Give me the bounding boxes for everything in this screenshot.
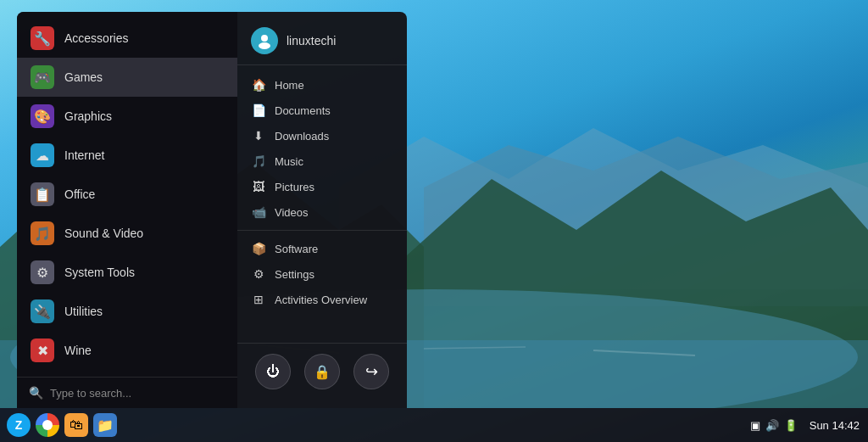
search-bar: 🔍 xyxy=(17,377,237,408)
sidebar-item-graphics[interactable]: 🎨 Graphics xyxy=(17,97,237,136)
menu-item-music[interactable]: 🎵 Music xyxy=(237,148,407,174)
sound-video-icon: 🎵 xyxy=(31,221,54,245)
activities-label: Activities Overview xyxy=(275,294,367,306)
music-label: Music xyxy=(275,155,303,168)
app-menu: 🔧 Accessories 🎮 Games 🎨 Graphics ☁ Inter… xyxy=(17,12,407,408)
menu-item-downloads[interactable]: ⬇ Downloads xyxy=(237,123,407,148)
taskbar: Z 🛍 📁 ▣ 🔊 🔋 Sun 14:42 xyxy=(0,408,868,442)
settings-icon: ⚙ xyxy=(251,267,266,281)
menu-item-settings[interactable]: ⚙ Settings xyxy=(237,261,407,287)
svg-marker-4 xyxy=(407,171,868,408)
lock-button[interactable]: 🔒 xyxy=(304,354,340,389)
settings-label: Settings xyxy=(275,268,314,281)
menu-item-pictures[interactable]: 🖼 Pictures xyxy=(237,174,407,199)
documents-label: Documents xyxy=(275,104,331,117)
zorin-menu-button[interactable]: Z xyxy=(7,413,31,437)
power-icon: ⏻ xyxy=(266,364,280,379)
graphics-label: Graphics xyxy=(64,109,112,123)
wine-icon: ✖ xyxy=(31,338,54,362)
software-label: Software xyxy=(275,243,318,255)
menu-item-videos[interactable]: 📹 Videos xyxy=(237,199,407,225)
logout-icon: ↪ xyxy=(365,362,378,381)
accessories-label: Accessories xyxy=(64,31,128,45)
right-divider xyxy=(237,230,407,231)
wine-label: Wine xyxy=(64,344,92,357)
menu-left-panel: 🔧 Accessories 🎮 Games 🎨 Graphics ☁ Inter… xyxy=(17,12,237,408)
lock-icon: 🔒 xyxy=(314,364,331,380)
sidebar-item-system-tools[interactable]: ⚙ System Tools xyxy=(17,253,237,292)
battery-icon: 🔋 xyxy=(784,419,798,432)
desktop: 🔧 Accessories 🎮 Games 🎨 Graphics ☁ Inter… xyxy=(0,0,868,442)
sidebar-item-internet[interactable]: ☁ Internet xyxy=(17,136,237,175)
home-icon: 🏠 xyxy=(251,78,266,92)
logout-button[interactable]: ↪ xyxy=(353,354,389,389)
menu-right-panel: linuxtechi 🏠 Home 📄 Documents ⬇ Download… xyxy=(237,12,407,408)
menu-item-activities[interactable]: ⊞ Activities Overview xyxy=(237,287,407,312)
volume-icon: 🔊 xyxy=(765,419,779,432)
office-icon: 📋 xyxy=(31,182,54,206)
zorin-icon: Z xyxy=(15,418,23,432)
games-icon: 🎮 xyxy=(31,65,54,89)
svg-marker-1 xyxy=(339,128,868,289)
search-input[interactable] xyxy=(50,387,225,400)
pictures-label: Pictures xyxy=(275,181,314,193)
svg-line-8 xyxy=(424,347,526,349)
files-button[interactable]: 📁 xyxy=(93,413,117,437)
sys-icons: ▣ 🔊 🔋 xyxy=(750,419,798,432)
office-label: Office xyxy=(64,187,95,201)
chrome-button[interactable] xyxy=(36,413,59,437)
pictures-icon: 🖼 xyxy=(251,180,266,193)
sidebar-item-office[interactable]: 📋 Office xyxy=(17,175,237,214)
menu-item-software[interactable]: 📦 Software xyxy=(237,236,407,261)
search-icon: 🔍 xyxy=(29,386,43,400)
screen-icon: ▣ xyxy=(750,419,760,432)
avatar xyxy=(251,27,278,54)
menu-items-list: 🔧 Accessories 🎮 Games 🎨 Graphics ☁ Inter… xyxy=(17,12,237,377)
sidebar-item-utilities[interactable]: 🔌 Utilities xyxy=(17,292,237,331)
menu-item-documents[interactable]: 📄 Documents xyxy=(237,98,407,123)
internet-icon: ☁ xyxy=(31,143,54,167)
svg-marker-2 xyxy=(424,137,868,306)
menu-item-home[interactable]: 🏠 Home xyxy=(237,72,407,98)
documents-icon: 📄 xyxy=(251,104,266,117)
games-label: Games xyxy=(64,70,103,84)
downloads-label: Downloads xyxy=(275,130,329,143)
user-name: linuxtechi xyxy=(287,34,336,48)
clock: Sun 14:42 xyxy=(810,419,860,432)
bottom-actions: ⏻ 🔒 ↪ xyxy=(237,343,407,398)
svg-point-11 xyxy=(259,42,270,49)
system-tools-label: System Tools xyxy=(64,266,135,279)
utilities-label: Utilities xyxy=(64,305,103,318)
user-section: linuxtechi xyxy=(237,22,407,65)
graphics-icon: 🎨 xyxy=(31,104,54,128)
svg-point-10 xyxy=(261,35,268,42)
taskbar-apps: Z 🛍 📁 xyxy=(7,413,117,437)
internet-label: Internet xyxy=(64,148,104,162)
store-button[interactable]: 🛍 xyxy=(64,413,88,437)
taskbar-system-tray: ▣ 🔊 🔋 Sun 14:42 xyxy=(750,419,860,432)
activities-icon: ⊞ xyxy=(251,293,266,306)
sidebar-item-accessories[interactable]: 🔧 Accessories xyxy=(17,19,237,58)
videos-label: Videos xyxy=(275,206,309,219)
sidebar-item-wine[interactable]: ✖ Wine xyxy=(17,331,237,370)
power-button[interactable]: ⏻ xyxy=(255,354,291,389)
utilities-icon: 🔌 xyxy=(31,299,54,323)
svg-line-9 xyxy=(593,350,695,355)
home-label: Home xyxy=(275,79,304,92)
system-tools-icon: ⚙ xyxy=(31,260,54,284)
accessories-icon: 🔧 xyxy=(31,26,54,50)
sidebar-item-sound-video[interactable]: 🎵 Sound & Video xyxy=(17,214,237,253)
downloads-icon: ⬇ xyxy=(251,129,266,143)
sidebar-item-games[interactable]: 🎮 Games xyxy=(17,58,237,97)
videos-icon: 📹 xyxy=(251,205,266,219)
sound-video-label: Sound & Video xyxy=(64,227,143,240)
software-icon: 📦 xyxy=(251,242,266,255)
music-icon: 🎵 xyxy=(251,154,266,168)
